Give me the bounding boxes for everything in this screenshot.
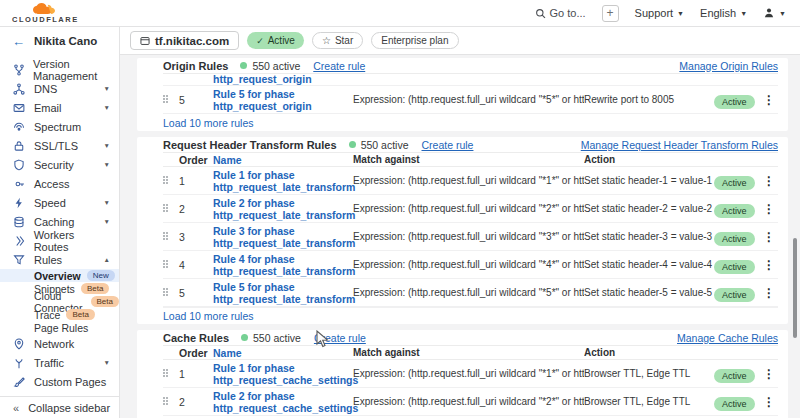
- sidebar-item-label: Rules: [34, 254, 62, 266]
- column-name: Name: [213, 154, 353, 166]
- kebab-menu-icon[interactable]: ⋮: [760, 286, 778, 300]
- collapse-sidebar-button[interactable]: « Collapse sidebar: [0, 396, 119, 418]
- sidebar-nav: Version Management DNS ▼ Email ▼ Spectru…: [0, 55, 119, 396]
- sidebar-item-label: Spectrum: [34, 121, 81, 133]
- rule-name-link[interactable]: Rule 2 for phasehttp_request_cache_setti…: [213, 390, 353, 414]
- chevron-down-icon: ▼: [740, 10, 747, 17]
- sidebar-item-workers-routes[interactable]: Workers Routes: [0, 231, 119, 250]
- chevron-down-icon: ▼: [104, 104, 110, 111]
- add-site-button[interactable]: +: [602, 5, 619, 22]
- status-badge: Active: [714, 204, 755, 218]
- sidebar-item-version-management[interactable]: Version Management: [0, 60, 119, 79]
- sidebar-item-rules-trace[interactable]: Trace Beta: [0, 308, 119, 321]
- vertical-scrollbar[interactable]: [793, 238, 797, 338]
- sidebar-item-access[interactable]: Access: [0, 174, 119, 193]
- domain-selector[interactable]: tf.nikitac.com: [130, 31, 239, 50]
- user-icon: [763, 7, 775, 19]
- chevron-down-icon: ▼: [104, 85, 110, 92]
- sidebar-item-custom-pages[interactable]: Custom Pages: [0, 372, 119, 391]
- language-label: English: [700, 7, 736, 19]
- rule-name-link[interactable]: Rule 5 for phasehttp_request_late_transf…: [213, 281, 353, 305]
- sidebar-item-email[interactable]: Email ▼: [0, 98, 119, 117]
- account-header[interactable]: ← Nikita Cano: [0, 27, 119, 55]
- kebab-menu-icon[interactable]: ⋮: [760, 93, 778, 107]
- column-order: Order: [179, 154, 213, 166]
- kebab-menu-icon[interactable]: ⋮: [760, 174, 778, 188]
- drag-handle[interactable]: [163, 204, 170, 213]
- sidebar-item-traffic[interactable]: Traffic ▼: [0, 353, 119, 372]
- status-label: Active: [268, 35, 295, 46]
- drag-handle[interactable]: [163, 260, 170, 269]
- sidebar: ← Nikita Cano Version Management DNS ▼ E…: [0, 27, 120, 418]
- drag-handle[interactable]: [163, 95, 170, 104]
- load-more-rules-link[interactable]: Load 10 more rules: [163, 310, 253, 322]
- back-arrow-icon[interactable]: ←: [12, 35, 25, 48]
- collapse-label: Collapse sidebar: [28, 402, 110, 414]
- kebab-menu-icon[interactable]: ⋮: [760, 258, 778, 272]
- rule-action: Rewrite port to 8005: [584, 94, 714, 105]
- sidebar-item-network[interactable]: Network: [0, 334, 119, 353]
- beta-badge: Beta: [91, 296, 119, 307]
- sidebar-item-label: SSL/TLS: [34, 140, 78, 152]
- drag-handle[interactable]: [163, 397, 170, 406]
- star-icon: ☆: [322, 35, 331, 46]
- sidebar-item-security[interactable]: Security ▼: [0, 155, 119, 174]
- load-more-rules-link[interactable]: Load 10 more rules: [163, 117, 253, 129]
- plus-icon: +: [607, 7, 614, 19]
- request-header-transform-rules-section: Request Header Transform Rules 550 activ…: [137, 137, 788, 324]
- cloudflare-logo[interactable]: CLOUDFLARE: [12, 3, 79, 24]
- rule-name-link[interactable]: Rule 1 for phasehttp_request_cache_setti…: [213, 362, 353, 386]
- drag-handle[interactable]: [163, 176, 170, 185]
- active-dot-icon: [240, 62, 247, 69]
- rule-name-link[interactable]: Rule 4 for phasehttp_request_late_transf…: [213, 253, 353, 277]
- drag-handle[interactable]: [163, 288, 170, 297]
- sidebar-item-ssl-tls[interactable]: SSL/TLS ▼: [0, 136, 119, 155]
- sidebar-item-label: Version Management: [33, 58, 110, 82]
- column-name: Name: [213, 347, 353, 359]
- rule-match-expression: Expression: (http.request.full_uri wildc…: [353, 368, 584, 379]
- kebab-menu-icon[interactable]: ⋮: [760, 230, 778, 244]
- create-rule-link[interactable]: Create rule: [422, 139, 474, 151]
- sidebar-item-rules-page-rules[interactable]: Page Rules: [0, 321, 119, 334]
- sidebar-item-label: Email: [34, 102, 62, 114]
- rule-name-link[interactable]: Rule 5 for phasehttp_request_origin: [213, 88, 353, 112]
- support-label: Support: [635, 7, 674, 19]
- sidebar-item-speed[interactable]: Speed ▼: [0, 193, 119, 212]
- sidebar-item-spectrum[interactable]: Spectrum: [0, 117, 119, 136]
- drag-handle[interactable]: [163, 369, 170, 378]
- kebab-menu-icon[interactable]: ⋮: [760, 395, 778, 409]
- rule-name-link[interactable]: Rule 1 for phasehttp_request_late_transf…: [213, 169, 353, 193]
- sidebar-item-rules-cloud-connector[interactable]: Cloud Connector Beta: [0, 295, 119, 308]
- manage-transform-rules-link[interactable]: Manage Request Header Transform Rules: [581, 139, 778, 151]
- traffic-split-icon: [13, 357, 26, 369]
- rule-name-link[interactable]: Rule 2 for phasehttp_request_late_transf…: [213, 197, 353, 221]
- rule-action: Set static header-4 = value-4: [584, 259, 714, 270]
- language-menu[interactable]: English ▼: [700, 7, 747, 19]
- table-row: 4 Rule 4 for phasehttp_request_late_tran…: [163, 251, 778, 279]
- star-button[interactable]: ☆ Star: [312, 32, 363, 49]
- kebab-menu-icon[interactable]: ⋮: [760, 202, 778, 216]
- origin-rules-section: Origin Rules 550 active Create rule Mana…: [137, 58, 788, 131]
- access-icon: [13, 178, 26, 190]
- support-menu[interactable]: Support ▼: [635, 7, 684, 19]
- rule-action: Browser TTL, Edge TTL: [584, 368, 714, 379]
- shield-icon: [13, 159, 26, 171]
- kebab-menu-icon[interactable]: ⋮: [760, 367, 778, 381]
- sidebar-item-rules[interactable]: Rules ▲: [0, 250, 119, 269]
- rule-name-link[interactable]: Rule 3 for phasehttp_request_late_transf…: [213, 225, 353, 249]
- drag-handle[interactable]: [163, 232, 170, 241]
- sidebar-item-dns[interactable]: DNS ▼: [0, 79, 119, 98]
- rule-name-link[interactable]: http_request_origin: [213, 74, 312, 85]
- rule-action: Set static header-2 = value-2: [584, 203, 714, 214]
- collapse-icon: «: [13, 402, 19, 414]
- create-rule-link[interactable]: Create rule: [313, 60, 365, 72]
- funnel-icon: [13, 254, 26, 266]
- rule-action: Browser TTL, Edge TTL: [584, 396, 714, 407]
- email-icon: [13, 102, 26, 114]
- manage-origin-rules-link[interactable]: Manage Origin Rules: [679, 60, 778, 72]
- global-search[interactable]: Go to...: [535, 7, 586, 19]
- manage-cache-rules-link[interactable]: Manage Cache Rules: [677, 332, 778, 344]
- rule-order: 1: [179, 175, 213, 187]
- user-menu[interactable]: ▼: [763, 7, 786, 19]
- sidebar-item-rules-overview[interactable]: Overview New: [0, 269, 119, 282]
